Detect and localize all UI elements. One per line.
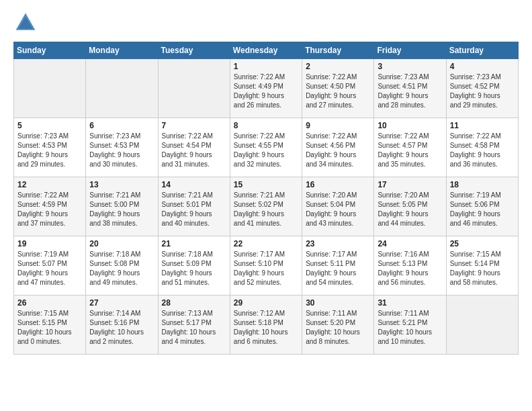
day-number: 19 (17, 239, 82, 248)
day-number: 17 (378, 180, 442, 189)
weekday-header-monday: Monday (86, 42, 158, 59)
calendar-cell: 21Sunrise: 7:18 AM Sunset: 5:09 PM Dayli… (158, 236, 230, 295)
day-info: Sunrise: 7:20 AM Sunset: 5:05 PM Dayligh… (378, 191, 442, 228)
weekday-header-wednesday: Wednesday (230, 42, 302, 59)
day-number: 7 (162, 121, 226, 130)
calendar-cell: 14Sunrise: 7:21 AM Sunset: 5:01 PM Dayli… (158, 177, 230, 236)
calendar-week-5: 26Sunrise: 7:15 AM Sunset: 5:15 PM Dayli… (14, 295, 519, 355)
day-number: 1 (234, 62, 298, 71)
day-info: Sunrise: 7:15 AM Sunset: 5:15 PM Dayligh… (17, 309, 82, 347)
calendar-cell: 11Sunrise: 7:22 AM Sunset: 4:58 PM Dayli… (446, 118, 518, 177)
calendar-cell: 22Sunrise: 7:17 AM Sunset: 5:10 PM Dayli… (230, 236, 302, 295)
day-info: Sunrise: 7:22 AM Sunset: 4:50 PM Dayligh… (306, 73, 370, 110)
day-info: Sunrise: 7:21 AM Sunset: 5:02 PM Dayligh… (234, 191, 298, 228)
day-info: Sunrise: 7:15 AM Sunset: 5:14 PM Dayligh… (450, 250, 515, 287)
weekday-header-sunday: Sunday (14, 42, 86, 59)
calendar-cell: 3Sunrise: 7:23 AM Sunset: 4:51 PM Daylig… (374, 59, 446, 118)
calendar-cell: 17Sunrise: 7:20 AM Sunset: 5:05 PM Dayli… (374, 177, 446, 236)
calendar-cell: 15Sunrise: 7:21 AM Sunset: 5:02 PM Dayli… (230, 177, 302, 236)
day-number: 11 (450, 121, 515, 130)
day-number: 10 (378, 121, 442, 130)
calendar-cell (446, 295, 518, 355)
calendar-cell: 20Sunrise: 7:18 AM Sunset: 5:08 PM Dayli… (86, 236, 158, 295)
calendar-cell: 28Sunrise: 7:13 AM Sunset: 5:17 PM Dayli… (158, 295, 230, 355)
header (13, 11, 519, 35)
day-info: Sunrise: 7:21 AM Sunset: 5:00 PM Dayligh… (89, 191, 154, 228)
day-info: Sunrise: 7:22 AM Sunset: 4:49 PM Dayligh… (234, 73, 298, 110)
calendar-cell: 10Sunrise: 7:22 AM Sunset: 4:57 PM Dayli… (374, 118, 446, 177)
day-number: 30 (306, 298, 370, 308)
weekday-header-row: SundayMondayTuesdayWednesdayThursdayFrid… (14, 42, 519, 59)
calendar-week-4: 19Sunrise: 7:19 AM Sunset: 5:07 PM Dayli… (14, 236, 519, 295)
day-info: Sunrise: 7:23 AM Sunset: 4:52 PM Dayligh… (450, 73, 515, 110)
calendar-week-2: 5Sunrise: 7:23 AM Sunset: 4:53 PM Daylig… (14, 118, 519, 177)
weekday-header-thursday: Thursday (302, 42, 374, 59)
day-number: 31 (378, 298, 442, 308)
calendar-table: SundayMondayTuesdayWednesdayThursdayFrid… (13, 42, 519, 355)
day-number: 16 (306, 180, 370, 189)
calendar-cell: 23Sunrise: 7:17 AM Sunset: 5:11 PM Dayli… (302, 236, 374, 295)
day-number: 14 (162, 180, 226, 189)
day-number: 23 (306, 239, 370, 248)
day-info: Sunrise: 7:17 AM Sunset: 5:10 PM Dayligh… (234, 250, 298, 287)
day-number: 6 (89, 121, 154, 130)
calendar-cell: 25Sunrise: 7:15 AM Sunset: 5:14 PM Dayli… (446, 236, 518, 295)
day-info: Sunrise: 7:22 AM Sunset: 4:54 PM Dayligh… (162, 132, 226, 169)
day-number: 20 (89, 239, 154, 248)
calendar-cell (14, 59, 86, 118)
day-number: 21 (162, 239, 226, 248)
day-number: 2 (306, 62, 370, 71)
weekday-header-saturday: Saturday (446, 42, 518, 59)
day-number: 18 (450, 180, 515, 189)
calendar-cell: 24Sunrise: 7:16 AM Sunset: 5:13 PM Dayli… (374, 236, 446, 295)
day-number: 3 (378, 62, 442, 71)
calendar-cell: 13Sunrise: 7:21 AM Sunset: 5:00 PM Dayli… (86, 177, 158, 236)
calendar-cell: 6Sunrise: 7:23 AM Sunset: 4:53 PM Daylig… (86, 118, 158, 177)
day-number: 26 (17, 298, 82, 308)
calendar-cell: 9Sunrise: 7:22 AM Sunset: 4:56 PM Daylig… (302, 118, 374, 177)
calendar-cell: 8Sunrise: 7:22 AM Sunset: 4:55 PM Daylig… (230, 118, 302, 177)
day-number: 25 (450, 239, 515, 248)
weekday-header-tuesday: Tuesday (158, 42, 230, 59)
day-info: Sunrise: 7:23 AM Sunset: 4:53 PM Dayligh… (89, 132, 154, 169)
day-number: 13 (89, 180, 154, 189)
day-info: Sunrise: 7:22 AM Sunset: 4:55 PM Dayligh… (234, 132, 298, 169)
day-number: 22 (234, 239, 298, 248)
day-info: Sunrise: 7:22 AM Sunset: 4:56 PM Dayligh… (306, 132, 370, 169)
calendar-cell (86, 59, 158, 118)
day-info: Sunrise: 7:18 AM Sunset: 5:09 PM Dayligh… (162, 250, 226, 287)
calendar-week-1: 1Sunrise: 7:22 AM Sunset: 4:49 PM Daylig… (14, 59, 519, 118)
day-number: 27 (89, 298, 154, 308)
weekday-header-friday: Friday (374, 42, 446, 59)
day-number: 28 (162, 298, 226, 308)
calendar-week-3: 12Sunrise: 7:22 AM Sunset: 4:59 PM Dayli… (14, 177, 519, 236)
calendar-cell: 5Sunrise: 7:23 AM Sunset: 4:53 PM Daylig… (14, 118, 86, 177)
calendar-cell: 1Sunrise: 7:22 AM Sunset: 4:49 PM Daylig… (230, 59, 302, 118)
day-info: Sunrise: 7:23 AM Sunset: 4:51 PM Dayligh… (378, 73, 442, 110)
day-info: Sunrise: 7:19 AM Sunset: 5:07 PM Dayligh… (17, 250, 82, 287)
calendar-cell (158, 59, 230, 118)
day-number: 4 (450, 62, 515, 71)
day-number: 15 (234, 180, 298, 189)
day-info: Sunrise: 7:22 AM Sunset: 4:57 PM Dayligh… (378, 132, 442, 169)
calendar-cell: 29Sunrise: 7:12 AM Sunset: 5:18 PM Dayli… (230, 295, 302, 355)
day-info: Sunrise: 7:12 AM Sunset: 5:18 PM Dayligh… (234, 309, 298, 347)
day-number: 8 (234, 121, 298, 130)
day-info: Sunrise: 7:17 AM Sunset: 5:11 PM Dayligh… (306, 250, 370, 287)
day-info: Sunrise: 7:11 AM Sunset: 5:20 PM Dayligh… (306, 309, 370, 347)
day-info: Sunrise: 7:18 AM Sunset: 5:08 PM Dayligh… (89, 250, 154, 287)
day-info: Sunrise: 7:21 AM Sunset: 5:01 PM Dayligh… (162, 191, 226, 228)
calendar-cell: 26Sunrise: 7:15 AM Sunset: 5:15 PM Dayli… (14, 295, 86, 355)
calendar-cell: 4Sunrise: 7:23 AM Sunset: 4:52 PM Daylig… (446, 59, 518, 118)
calendar-cell: 12Sunrise: 7:22 AM Sunset: 4:59 PM Dayli… (14, 177, 86, 236)
page-container: SundayMondayTuesdayWednesdayThursdayFrid… (0, 0, 532, 361)
day-info: Sunrise: 7:11 AM Sunset: 5:21 PM Dayligh… (378, 309, 442, 347)
day-number: 9 (306, 121, 370, 130)
day-info: Sunrise: 7:19 AM Sunset: 5:06 PM Dayligh… (450, 191, 515, 228)
calendar-cell: 7Sunrise: 7:22 AM Sunset: 4:54 PM Daylig… (158, 118, 230, 177)
day-number: 29 (234, 298, 298, 308)
day-info: Sunrise: 7:22 AM Sunset: 4:58 PM Dayligh… (450, 132, 515, 169)
calendar-cell: 2Sunrise: 7:22 AM Sunset: 4:50 PM Daylig… (302, 59, 374, 118)
calendar-cell: 31Sunrise: 7:11 AM Sunset: 5:21 PM Dayli… (374, 295, 446, 355)
day-number: 12 (17, 180, 82, 189)
